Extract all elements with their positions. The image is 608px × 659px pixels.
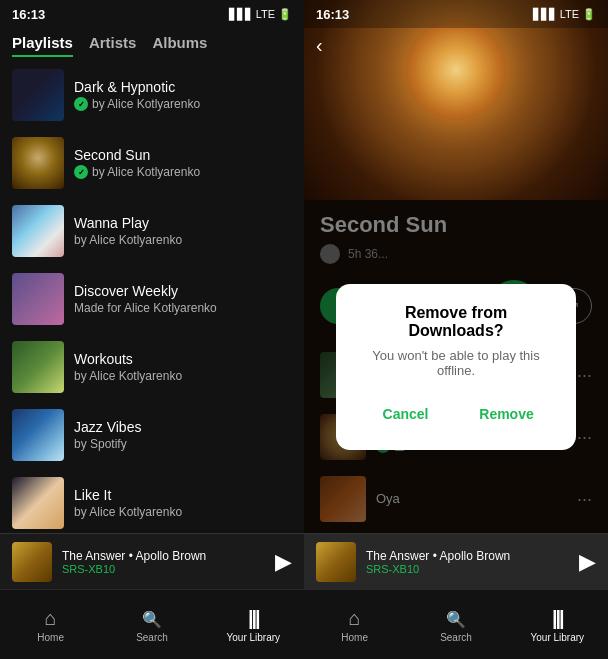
playlist-thumb: [12, 205, 64, 257]
battery-icon: 🔋: [278, 8, 292, 21]
right-nav-search-label: Search: [440, 632, 472, 643]
left-status-time: 16:13: [12, 7, 45, 22]
remove-downloads-dialog: Remove from Downloads? You won't be able…: [336, 284, 576, 450]
album-art-sun: [406, 20, 506, 120]
home-icon: [45, 607, 57, 630]
playlist-info: Workouts by Alice Kotlyarenko: [74, 351, 292, 383]
cancel-button[interactable]: Cancel: [360, 398, 451, 430]
playlist-author: by Alice Kotlyarenko: [74, 369, 292, 383]
right-now-playing-bar[interactable]: The Answer • Apollo Brown SRS-XB10 ▶: [304, 533, 608, 589]
dialog-buttons: Cancel Remove: [360, 398, 552, 430]
album-art-container: 16:13 ▋▋▋ LTE 🔋 ‹: [304, 0, 608, 200]
playlist-info: Like It by Alice Kotlyarenko: [74, 487, 292, 519]
left-nav-search-label: Search: [136, 632, 168, 643]
playlist-thumb: [12, 477, 64, 529]
list-item[interactable]: Jazz Vibes by Spotify: [0, 401, 304, 469]
right-panel: 16:13 ▋▋▋ LTE 🔋 ‹ Second Sun 5h 36... ↓ …: [304, 0, 608, 659]
right-now-playing-info: The Answer • Apollo Brown SRS-XB10: [366, 549, 569, 575]
playlist-name: Second Sun: [74, 147, 292, 163]
playlist-name: Discover Weekly: [74, 283, 292, 299]
left-now-playing-bar[interactable]: The Answer • Apollo Brown SRS-XB10 ▶: [0, 533, 304, 589]
left-nav-library-label: Your Library: [227, 632, 281, 643]
dialog-message: You won't be able to play this offline.: [360, 348, 552, 378]
left-status-bar: 16:13 ▋▋▋ LTE 🔋: [0, 0, 304, 28]
playlist-list: Dark & Hypnotic by Alice Kotlyarenko Sec…: [0, 61, 304, 533]
library-icon: [552, 607, 563, 630]
right-nav-search[interactable]: Search: [405, 607, 506, 643]
search-icon: [446, 607, 466, 630]
playlist-thumb: [12, 409, 64, 461]
dialog-title: Remove from Downloads?: [360, 304, 552, 340]
right-nav-home-label: Home: [341, 632, 368, 643]
dialog-overlay: Remove from Downloads? You won't be able…: [304, 200, 608, 533]
list-item[interactable]: Dark & Hypnotic by Alice Kotlyarenko: [0, 61, 304, 129]
list-item[interactable]: Wanna Play by Alice Kotlyarenko: [0, 197, 304, 265]
right-now-playing-title: The Answer • Apollo Brown: [366, 549, 569, 563]
left-nav-library[interactable]: Your Library: [203, 607, 304, 643]
playlist-info: Wanna Play by Alice Kotlyarenko: [74, 215, 292, 247]
left-play-button[interactable]: ▶: [275, 549, 292, 575]
playlist-info: Second Sun by Alice Kotlyarenko: [74, 147, 292, 179]
left-bottom-nav: Home Search Your Library: [0, 589, 304, 659]
now-playing-thumb: [12, 542, 52, 582]
right-network-label: LTE: [560, 8, 579, 20]
downloaded-icon: [74, 97, 88, 111]
search-icon: [142, 607, 162, 630]
playlist-thumb: [12, 69, 64, 121]
back-button[interactable]: ‹: [316, 34, 323, 57]
tab-bar: Playlists Artists Albums: [0, 28, 304, 61]
playlist-info: Jazz Vibes by Spotify: [74, 419, 292, 451]
left-nav-home-label: Home: [37, 632, 64, 643]
network-label: LTE: [256, 8, 275, 20]
playlist-thumb: [12, 341, 64, 393]
playlist-name: Wanna Play: [74, 215, 292, 231]
playlist-name: Like It: [74, 487, 292, 503]
playlist-thumb: [12, 273, 64, 325]
playlist-author: by Alice Kotlyarenko: [74, 97, 292, 111]
downloaded-icon: [74, 165, 88, 179]
playlist-author: by Alice Kotlyarenko: [74, 505, 292, 519]
tab-playlists[interactable]: Playlists: [12, 34, 73, 57]
remove-button[interactable]: Remove: [461, 398, 552, 430]
right-status-icons: ▋▋▋ LTE 🔋: [533, 8, 596, 21]
right-now-playing-device: SRS-XB10: [366, 563, 569, 575]
left-nav-home[interactable]: Home: [0, 607, 101, 643]
now-playing-device: SRS-XB10: [62, 563, 265, 575]
playlist-author: Made for Alice Kotlyarenko: [74, 301, 292, 315]
right-status-time: 16:13: [316, 7, 349, 22]
list-item[interactable]: Like It by Alice Kotlyarenko: [0, 469, 304, 533]
left-status-icons: ▋▋▋ LTE 🔋: [229, 8, 292, 21]
playlist-author: by Alice Kotlyarenko: [74, 233, 292, 247]
playlist-author: by Alice Kotlyarenko: [74, 165, 292, 179]
tab-albums[interactable]: Albums: [152, 34, 207, 57]
right-play-now-button[interactable]: ▶: [579, 549, 596, 575]
right-now-playing-thumb: [316, 542, 356, 582]
right-content: Second Sun 5h 36... ↓ ▶ ↗ Шо з-під дуба …: [304, 200, 608, 533]
playlist-name: Workouts: [74, 351, 292, 367]
right-signal-icon: ▋▋▋: [533, 8, 557, 21]
now-playing-info: The Answer • Apollo Brown SRS-XB10: [62, 549, 265, 575]
right-nav-home[interactable]: Home: [304, 607, 405, 643]
list-item[interactable]: Second Sun by Alice Kotlyarenko: [0, 129, 304, 197]
tab-artists[interactable]: Artists: [89, 34, 137, 57]
left-nav-search[interactable]: Search: [101, 607, 202, 643]
list-item[interactable]: Workouts by Alice Kotlyarenko: [0, 333, 304, 401]
playlist-name: Dark & Hypnotic: [74, 79, 292, 95]
left-panel: 16:13 ▋▋▋ LTE 🔋 Playlists Artists Albums…: [0, 0, 304, 659]
right-nav-library-label: Your Library: [531, 632, 585, 643]
playlist-info: Dark & Hypnotic by Alice Kotlyarenko: [74, 79, 292, 111]
right-status-bar: 16:13 ▋▋▋ LTE 🔋: [304, 0, 608, 28]
home-icon: [349, 607, 361, 630]
library-icon: [248, 607, 259, 630]
list-item[interactable]: Discover Weekly Made for Alice Kotlyaren…: [0, 265, 304, 333]
now-playing-title: The Answer • Apollo Brown: [62, 549, 265, 563]
playlist-name: Jazz Vibes: [74, 419, 292, 435]
signal-icon: ▋▋▋: [229, 8, 253, 21]
right-bottom-nav: Home Search Your Library: [304, 589, 608, 659]
playlist-info: Discover Weekly Made for Alice Kotlyaren…: [74, 283, 292, 315]
right-nav-library[interactable]: Your Library: [507, 607, 608, 643]
playlist-thumb: [12, 137, 64, 189]
album-art-bg: [304, 0, 608, 200]
right-battery-icon: 🔋: [582, 8, 596, 21]
playlist-author: by Spotify: [74, 437, 292, 451]
